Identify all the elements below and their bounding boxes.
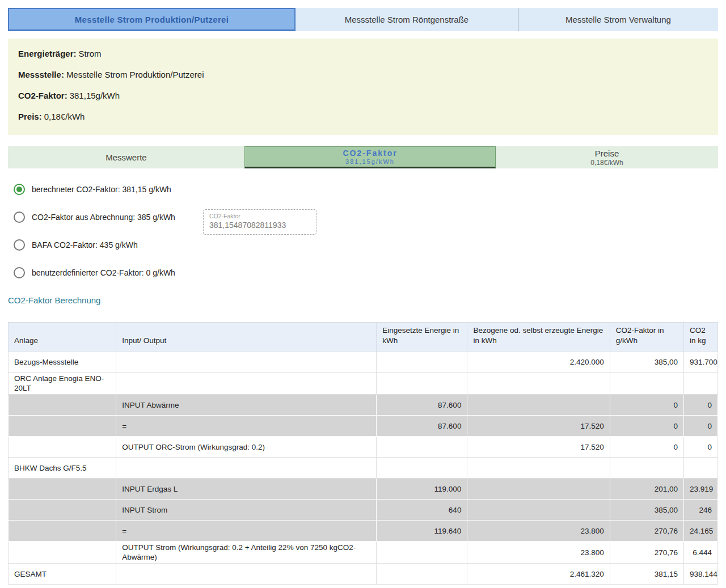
- radio-option-co2-faktor-aus-abrechnung[interactable]: CO2-Faktor aus Abrechnung: 385 g/kWh: [8, 203, 718, 231]
- table-cell: [9, 437, 116, 458]
- co2-faktor-input[interactable]: CO2-Faktor 381,15487082811933: [203, 209, 316, 235]
- table-cell: GESAMT: [9, 564, 116, 585]
- radio-icon[interactable]: [14, 211, 25, 223]
- table-cell: 17.520: [467, 416, 610, 437]
- table-cell: [9, 416, 116, 437]
- table-cell: 0: [610, 416, 683, 437]
- table-cell: 931.700: [683, 352, 717, 373]
- info-row-preis: Preis:0,18€/kWh: [18, 106, 708, 127]
- table-cell: ORC Anlage Enogia ENO-20LT: [9, 373, 116, 395]
- table-cell: [467, 373, 610, 395]
- radio-label: BAFA CO2-Faktor: 435 g/kWh: [32, 240, 138, 249]
- co2-faktor-berechnung-link[interactable]: CO2-Faktor Berechnung: [8, 295, 718, 305]
- radio-label: berechneter CO2-Faktor: 381,15 g/kWh: [32, 185, 171, 194]
- table-row: BHKW Dachs G/F5.5: [9, 458, 718, 479]
- table-cell: [467, 479, 610, 500]
- table-cell: 385,00: [610, 500, 683, 521]
- detail-tabs: Messwerte CO2-Faktor 381,15g/kWh Preise …: [8, 146, 718, 168]
- col-header-anlage: Anlage: [9, 323, 116, 352]
- tab-sublabel: 381,15g/kWh: [345, 158, 395, 165]
- info-panel: Energieträger:Strom Messstelle:Messtelle…: [8, 39, 718, 135]
- table-cell: [377, 564, 467, 585]
- table-row: OUTPUT Strom (Wirkungsgrad: 0.2 + Anteil…: [9, 542, 718, 564]
- table-cell: [377, 373, 467, 395]
- co2-faktor-input-value[interactable]: 381,15487082811933: [209, 220, 310, 231]
- tab-messtelle-strom-verwaltung[interactable]: Messtelle Strom Verwaltung: [518, 8, 718, 31]
- info-row-co2-faktor: CO2-Faktor:381,15g/kWh: [18, 85, 708, 106]
- radio-option-berechneter-co2-faktor[interactable]: berechneter CO2-Faktor: 381,15 g/kWh: [8, 175, 718, 203]
- tab-messstelle-strom-roentgenstrasse[interactable]: Messstelle Strom Röntgenstraße: [296, 8, 518, 31]
- table-row: ORC Anlage Enogia ENO-20LT: [9, 373, 718, 395]
- co2-faktor-options: berechneter CO2-Faktor: 381,15 g/kWh CO2…: [8, 175, 718, 286]
- tab-messwerte[interactable]: Messwerte: [8, 146, 244, 168]
- table-row: INPUT Strom640385,00246: [9, 500, 718, 521]
- info-value: Messtelle Strom Produktion/Putzerei: [66, 70, 204, 79]
- info-label: Preis:: [18, 112, 42, 121]
- table-cell: [683, 458, 717, 479]
- col-header-eingesetzte-energie: Eingesetzte Energie in kWh: [377, 323, 467, 352]
- radio-option-bafa-co2-faktor[interactable]: BAFA CO2-Faktor: 435 g/kWh: [8, 231, 718, 259]
- table-cell: [9, 521, 116, 542]
- table-row: INPUT Erdgas L119.000201,0023.919: [9, 479, 718, 500]
- table-cell: 17.520: [467, 437, 610, 458]
- table-cell: INPUT Strom: [116, 500, 377, 521]
- table-cell: INPUT Abwärme: [116, 395, 377, 416]
- table-row: =119.64023.800270,7624.165: [9, 521, 718, 542]
- table-cell: [377, 542, 467, 564]
- table-cell: 87.600: [377, 395, 467, 416]
- table-cell: Bezugs-Messstelle: [9, 352, 116, 373]
- table-cell: [116, 458, 377, 479]
- table-cell: [9, 395, 116, 416]
- table-cell: 23.919: [683, 479, 717, 500]
- info-label: CO2-Faktor:: [18, 91, 67, 100]
- tab-sublabel: 0,18€/kWh: [590, 159, 623, 167]
- table-cell: 270,76: [610, 521, 683, 542]
- table-cell: 0: [683, 416, 717, 437]
- table-cell: [116, 373, 377, 395]
- table-cell: OUTPUT Strom (Wirkungsgrad: 0.2 + Anteil…: [116, 542, 377, 564]
- tab-label: CO2-Faktor: [343, 149, 397, 158]
- table-cell: 246: [683, 500, 717, 521]
- tab-co2-faktor[interactable]: CO2-Faktor 381,15g/kWh: [244, 146, 496, 168]
- table-cell: 385,00: [610, 352, 683, 373]
- table-cell: OUTPUT ORC-Strom (Wirkungsgrad: 0.2): [116, 437, 377, 458]
- table-cell: [377, 352, 467, 373]
- table-cell: [467, 458, 610, 479]
- table-cell: 2.461.320: [467, 564, 610, 585]
- table-cell: [610, 458, 683, 479]
- col-header-co2-kg: CO2 in kg: [683, 323, 717, 352]
- tab-preise[interactable]: Preise 0,18€/kWh: [496, 146, 718, 168]
- tab-messtelle-strom-produktion-putzerei[interactable]: Messtelle Strom Produktion/Putzerei: [8, 8, 296, 31]
- table-row: GESAMT2.461.320381,15938.144: [9, 564, 718, 585]
- table-row: Bezugs-Messstelle2.420.000385,00931.700: [9, 352, 718, 373]
- co2-berechnung-table: Anlage Input/ Output Eingesetzte Energie…: [8, 322, 718, 585]
- table-cell: [467, 500, 610, 521]
- table-row: OUTPUT ORC-Strom (Wirkungsgrad: 0.2)17.5…: [9, 437, 718, 458]
- table-row: INPUT Abwärme87.60000: [9, 395, 718, 416]
- info-label: Messstelle:: [18, 70, 64, 79]
- table-cell: =: [116, 521, 377, 542]
- table-cell: 201,00: [610, 479, 683, 500]
- radio-option-benutzerdefinierter-co2-faktor[interactable]: benutzerdefinierter CO2-Faktor: 0 g/kWh: [8, 259, 718, 286]
- table-cell: [683, 373, 717, 395]
- table-cell: 23.800: [467, 521, 610, 542]
- radio-icon[interactable]: [14, 267, 25, 278]
- table-cell: 23.800: [467, 542, 610, 564]
- table-cell: [9, 542, 116, 564]
- radio-label: benutzerdefinierter CO2-Faktor: 0 g/kWh: [32, 268, 175, 277]
- table-cell: 640: [377, 500, 467, 521]
- radio-selected-icon[interactable]: [14, 184, 25, 195]
- radio-icon[interactable]: [14, 239, 25, 251]
- table-cell: [9, 500, 116, 521]
- table-cell: INPUT Erdgas L: [116, 479, 377, 500]
- info-row-energietraeger: Energieträger:Strom: [18, 43, 708, 64]
- table-cell: 2.420.000: [467, 352, 610, 373]
- table-cell: 938.144: [683, 564, 717, 585]
- table-cell: 270,76: [610, 542, 683, 564]
- co2-faktor-input-label: CO2-Faktor: [209, 213, 310, 220]
- table-cell: [116, 352, 377, 373]
- page: Messtelle Strom Produktion/Putzerei Mess…: [0, 0, 726, 588]
- measurement-point-tabs: Messtelle Strom Produktion/Putzerei Mess…: [8, 8, 718, 31]
- radio-label: CO2-Faktor aus Abrechnung: 385 g/kWh: [32, 213, 175, 222]
- table-row: =87.60017.52000: [9, 416, 718, 437]
